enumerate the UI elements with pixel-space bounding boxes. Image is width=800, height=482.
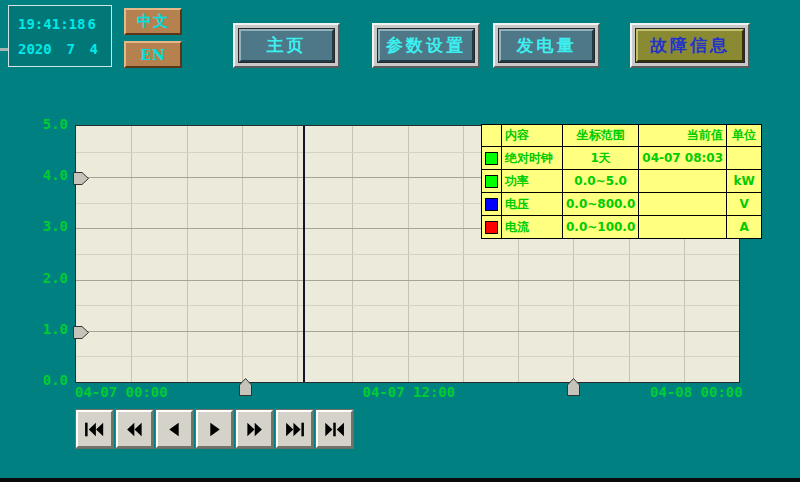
y-axis-tick-label: 1.0 [26,322,68,337]
nav-button-label: 发电量 [499,29,594,62]
nav-button-parameter-settings[interactable]: 参数设置 [372,23,480,68]
legend-header-cell: 内容 [502,125,563,147]
nav-button-fault-info[interactable]: 故障信息 [630,23,750,68]
language-chinese-button[interactable]: 中文 [124,8,182,35]
skip-to-start-icon [83,422,106,437]
x-axis-tick-label: 04-07 00:00 [75,384,168,400]
legend-body: 绝对时钟1天04-07 08:03功率0.0~5.0kW电压0.0~800.0V… [482,147,762,239]
horizontal-gridline [76,356,739,357]
legend-swatch-cell [482,216,502,239]
legend-unit-cell: kW [727,170,762,193]
legend-name-cell: 绝对时钟 [502,147,563,170]
legend-value-cell [639,193,727,216]
y-axis-tick-label: 4.0 [26,168,68,183]
skip-to-start-button[interactable] [76,410,113,448]
legend-range-cell: 1天 [563,147,639,170]
nav-button-label: 故障信息 [636,29,744,62]
legend-header-row: 内容坐标范围当前值单位 [482,125,762,147]
trend-cursor-line[interactable] [303,126,305,382]
legend-header-cell: 当前值 [639,125,727,147]
legend-range-cell: 0.0~5.0 [563,170,639,193]
legend-swatch-cell [482,170,502,193]
legend-swatch-cell [482,193,502,216]
series-color-swatch [485,175,498,188]
legend-unit-cell: V [727,193,762,216]
nav-button-power-generation[interactable]: 发电量 [493,23,600,68]
legend-header-cell: 单位 [727,125,762,147]
y-axis-slider-handle[interactable] [73,170,89,189]
horizontal-gridline [76,254,739,255]
legend-name-cell: 电压 [502,193,563,216]
legend-row: 电压0.0~800.0V [482,193,762,216]
y-axis-tick-label: 5.0 [26,117,68,132]
series-color-swatch [485,221,498,234]
fast-forward-button[interactable] [236,410,273,448]
y-axis-slider-handle[interactable] [73,324,89,343]
fast-rewind-icon [123,422,146,437]
nav-button-label: 主页 [239,29,334,62]
step-forward-button[interactable] [196,410,233,448]
clock-time: 19:41:18 [18,16,85,32]
clock-date-row: 2020 7 4 [18,41,102,57]
clock-weekday: 6 [88,16,96,32]
fast-rewind-button[interactable] [116,410,153,448]
series-color-swatch [485,152,498,165]
legend-row: 电流0.0~100.0A [482,216,762,239]
series-color-swatch [485,198,498,211]
legend-range-cell: 0.0~800.0 [563,193,639,216]
jump-to-cursor-button[interactable] [316,410,353,448]
legend-name-cell: 电流 [502,216,563,239]
skip-to-end-icon [283,422,306,437]
y-axis-tick-label: 0.0 [26,373,68,388]
skip-to-end-button[interactable] [276,410,313,448]
step-forward-icon [203,422,226,437]
legend-value-cell [639,216,727,239]
legend-value-cell [639,170,727,193]
bottom-edge [0,478,800,482]
legend-row: 功率0.0~5.0kW [482,170,762,193]
step-back-button[interactable] [156,410,193,448]
clock-day: 4 [90,41,98,57]
clock-display: 19:41:18 6 2020 7 4 [8,5,112,67]
fast-forward-icon [243,422,266,437]
x-axis-tick-label: 04-08 00:00 [650,384,743,400]
legend-swatch-header [482,125,502,147]
y-axis-tick-label: 3.0 [26,219,68,234]
horizontal-gridline [76,305,739,306]
horizontal-gridline [76,280,739,281]
x-axis-slider-handle[interactable] [239,378,252,400]
x-axis-slider-handle[interactable] [567,378,580,400]
left-edge-tick [0,48,8,51]
legend-head: 内容坐标范围当前值单位 [482,125,762,147]
legend-unit-cell [727,147,762,170]
x-axis-tick-label: 04-07 12:00 [363,384,456,400]
jump-to-cursor-icon [323,422,346,437]
legend-unit-cell: A [727,216,762,239]
y-axis-tick-label: 2.0 [26,271,68,286]
nav-button-home[interactable]: 主页 [233,23,340,68]
legend-header-cell: 坐标范围 [563,125,639,147]
clock-time-row: 19:41:18 6 [18,16,102,32]
horizontal-gridline [76,331,739,332]
legend-table: 内容坐标范围当前值单位 绝对时钟1天04-07 08:03功率0.0~5.0kW… [481,124,762,239]
legend-swatch-cell [482,147,502,170]
clock-year: 2020 [18,41,52,57]
playback-toolbar [76,410,353,448]
legend-row: 绝对时钟1天04-07 08:03 [482,147,762,170]
step-back-icon [163,422,186,437]
hmi-screen: 19:41:18 6 2020 7 4 中文 EN 主页参数设置发电量故障信息 … [0,0,800,482]
legend-name-cell: 功率 [502,170,563,193]
language-english-button[interactable]: EN [124,41,182,68]
nav-button-label: 参数设置 [378,29,474,62]
legend-value-cell: 04-07 08:03 [639,147,727,170]
legend-range-cell: 0.0~100.0 [563,216,639,239]
clock-month: 7 [66,41,74,57]
